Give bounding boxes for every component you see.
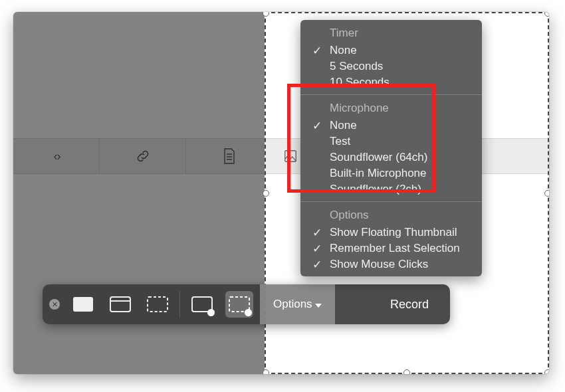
- window-frame: ‹ › ✕: [13, 12, 549, 374]
- record-entire-screen-button[interactable]: [188, 291, 216, 318]
- record-dot-icon: [245, 309, 252, 316]
- capture-window-button[interactable]: [106, 291, 134, 318]
- menu-section-title: Options: [300, 206, 482, 225]
- menu-item[interactable]: Built-in Microphone: [300, 165, 482, 181]
- record-button[interactable]: Record: [376, 284, 443, 324]
- svg-rect-4: [148, 297, 168, 312]
- menu-item[interactable]: Show Floating Thumbnail: [300, 225, 482, 241]
- menu-item[interactable]: Test: [300, 134, 482, 149]
- capture-entire-screen-button[interactable]: [69, 291, 97, 318]
- menu-item[interactable]: Soundflower (64ch): [300, 149, 482, 165]
- divider: [179, 291, 180, 318]
- capture-mode-group: [69, 291, 171, 318]
- capture-selection-button[interactable]: [144, 291, 171, 318]
- svg-rect-2: [110, 297, 130, 312]
- screenshot-control-bar: ✕ Options: [43, 284, 450, 324]
- record-selection-button[interactable]: [225, 291, 253, 318]
- options-menu: TimerNone5 Seconds10 SecondsMicrophoneNo…: [300, 20, 482, 276]
- menu-section-title: Microphone: [300, 99, 482, 118]
- svg-rect-0: [285, 151, 296, 162]
- menu-item[interactable]: None: [300, 118, 482, 134]
- menu-section-title: Timer: [300, 24, 482, 43]
- record-dot-icon: [207, 309, 215, 316]
- record-label: Record: [390, 298, 429, 312]
- svg-rect-1: [73, 297, 93, 312]
- options-button[interactable]: Options: [260, 284, 335, 324]
- options-label: Options: [273, 298, 312, 311]
- menu-item[interactable]: 5 Seconds: [300, 58, 482, 74]
- image-icon: [283, 149, 298, 163]
- menu-item[interactable]: Show Mouse Clicks: [300, 256, 482, 272]
- menu-item[interactable]: Soundflower (2ch): [300, 181, 482, 197]
- menu-item[interactable]: None: [300, 43, 482, 58]
- record-mode-group: [188, 291, 253, 318]
- close-icon[interactable]: ✕: [49, 299, 60, 310]
- chevron-down-icon: [315, 304, 322, 308]
- menu-item[interactable]: Remember Last Selection: [300, 241, 482, 256]
- menu-item[interactable]: 10 Seconds: [300, 74, 482, 90]
